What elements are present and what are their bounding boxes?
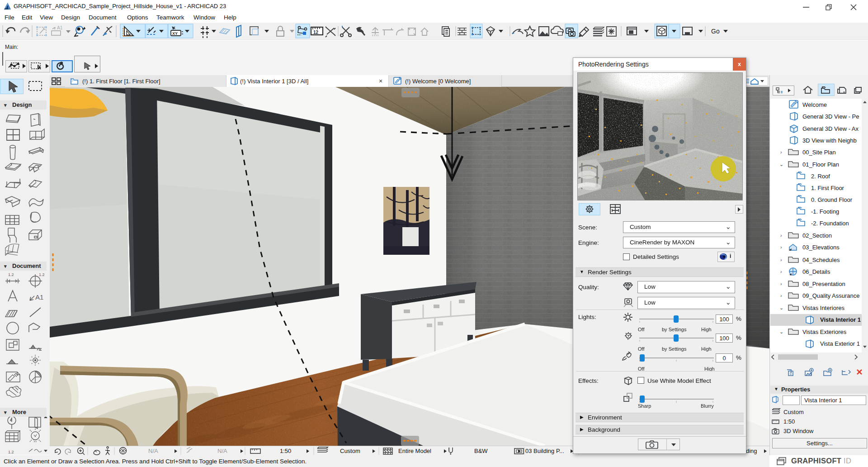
svg-text:XY: XY <box>172 31 178 36</box>
svg-text:1.2: 1.2 <box>8 450 14 454</box>
svg-text:A1: A1 <box>57 25 63 30</box>
svg-text:1.2: 1.2 <box>8 272 14 277</box>
svg-text:A1: A1 <box>35 293 43 301</box>
svg-text:1.2: 1.2 <box>39 272 45 277</box>
svg-text:12: 12 <box>313 30 319 35</box>
svg-text:Go: Go <box>711 28 720 35</box>
